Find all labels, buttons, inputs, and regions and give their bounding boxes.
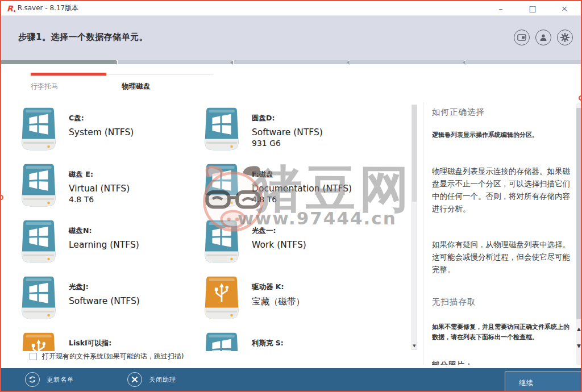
help-panel: 如何正确选择 逻辑卷列表显示操作系统编辑的分区。 物理磁盘列表显示连接的存储器。… [432,103,573,365]
windows-drive-icon [21,219,56,264]
windows-drive-icon [21,163,56,207]
drive-size: 931 G6 [252,139,323,148]
drive-item[interactable]: F:磁盘 Documentation (NTFS) 4.8 T6 [204,163,412,219]
footer-bar: 更新名单 关闭助理 继续 [1,368,581,391]
progress-segment [118,60,232,64]
progress-segment [466,60,581,64]
app-logo-icon: R [7,4,13,13]
help-heading: 无扫描存取 [432,297,573,307]
windows-drive-icon [21,107,56,151]
help-paragraph: 如果你有疑问，从物理磁盘列表中选择。这可能会减慢分析过程，但会使它尽可能完整。 [432,238,573,276]
drive-label: Software (NTFS) [69,296,140,306]
drive-title: 光盘一: [252,226,306,236]
view-tabs: 行李托马 物理磁盘 [31,74,213,91]
drive-title: C盘: [69,114,134,123]
app-window: R R.saver - 8.17版本 – □ × 步骤1。选择一个数据存储单元。 [0,0,582,392]
drive-label: System (NTFS) [69,127,134,137]
refresh-list-button[interactable]: 更新名单 [25,372,74,387]
close-assistant-label: 关闭助理 [149,376,176,384]
drive-size: 4.8 T6 [69,195,130,204]
scroll-down-icon[interactable]: ▼ [412,344,417,348]
annotation-handle [0,195,3,200]
drive-title: 光盘J: [69,282,140,292]
drive-label: Documentation (NTFS) [252,184,352,194]
drive-title: 利斯克 S: [252,339,284,348]
tab-physical-disks[interactable]: 物理磁盘 [122,82,214,91]
windows-drive-icon [21,276,56,320]
drive-item[interactable]: 光盘J: Software (NTFS) [21,276,204,332]
drive-item[interactable]: 光盘一: Work (NTFS) [204,219,412,276]
scroll-down-icon[interactable]: ▼ [575,343,582,349]
close-x-icon [127,372,142,387]
drive-label: Virtual (NTFS) [69,184,130,194]
progress-segment [350,60,465,64]
drive-title: 驱动器 K: [252,282,305,292]
help-paragraph: 物理磁盘列表显示连接的存储器。如果磁盘显示不止一个分区，可以选择扫描它们中的任何… [432,165,573,215]
help-heading: 如何正确选择 [432,107,573,118]
help-paragraph: 如果不需要修复，并且需要访问正确文件系统上的数据，请在列表下面标出一个检查框。 [432,322,573,343]
step-header: 步骤1。选择一个数据存储单元。 ? [1,16,581,60]
drive-title: 磁盘N: [69,226,139,236]
scrollbar-thumb[interactable] [576,108,581,319]
gear-icon[interactable] [557,30,573,45]
close-icon[interactable]: × [556,4,573,13]
drive-label: Work (NTFS) [252,240,306,250]
skip-scan-option: 打开现有的文件系统(如果可能的话，跳过扫描) [30,352,188,361]
drive-item[interactable]: 磁盘 E: Virtual (NTFS) 4.8 T6 [21,163,204,219]
scrollbar-thumb[interactable] [412,105,417,202]
help-heading: 部分照片： [432,360,573,365]
minimize-icon[interactable]: – [492,4,509,13]
drive-label: 宝藏（磁带） [252,296,305,308]
drive-item[interactable]: LiskI可以指: [21,332,204,351]
usb-drive-icon [21,332,56,351]
drive-label: Learning (NTFS) [69,240,139,250]
drive-label: Software (NTFS) [252,127,323,137]
drive-item[interactable]: 利斯克 S: [204,332,412,351]
display-card-icon[interactable] [514,30,530,45]
progress-segment [234,60,348,64]
help-panel-scrollbar[interactable]: ▲ ▼ [576,103,581,365]
drive-list: C盘: System (NTFS) [21,107,412,351]
drive-item[interactable]: 圆盘D: Software (NTFS) 931 G6 [204,107,412,163]
drive-title: LiskI可以指: [69,339,111,348]
windows-drive-icon [204,107,239,151]
progress-segment [1,60,116,64]
windows-drive-icon [204,219,239,264]
skip-scan-checkbox[interactable] [30,353,37,360]
title-bar: R R.saver - 8.17版本 – □ × [1,1,581,16]
active-tab-indicator [31,73,106,76]
user-icon[interactable] [535,30,551,45]
drive-item[interactable]: 驱动器 K: 宝藏（磁带） [204,276,412,332]
help-paragraph: 逻辑卷列表显示操作系统编辑的分区。 [432,130,573,141]
tab-logical-volumes[interactable]: 行李托马 [31,82,122,91]
wizard-progress [1,60,581,64]
refresh-label: 更新名单 [47,376,74,384]
windows-drive-icon [204,332,239,351]
annotation-handle [579,95,582,101]
refresh-icon [25,372,40,387]
continue-button[interactable]: 继续 [505,372,582,392]
drive-title: 圆盘D: [252,114,323,123]
step-title: 步骤1。选择一个数据存储单元。 [18,32,148,43]
scroll-up-icon[interactable]: ▲ [575,326,582,332]
usb-drive-icon [204,276,239,320]
window-title: R.saver - 8.17版本 [18,3,78,13]
windows-drive-icon [204,163,239,207]
maximize-icon[interactable]: □ [524,4,541,13]
drive-item[interactable]: 磁盘N: Learning (NTFS) [21,219,204,276]
drive-title: 磁盘 E: [69,170,130,180]
close-assistant-button[interactable]: 关闭助理 [127,372,176,387]
drive-size: 4.8 T6 [252,195,352,204]
panel-divider [423,102,423,365]
drive-item[interactable]: C盘: System (NTFS) [21,107,204,163]
drive-title: F:磁盘 [252,170,352,180]
drive-list-scrollbar[interactable]: ▼ [411,105,417,350]
checkbox-label: 打开现有的文件系统(如果可能的话，跳过扫描) [42,352,184,361]
